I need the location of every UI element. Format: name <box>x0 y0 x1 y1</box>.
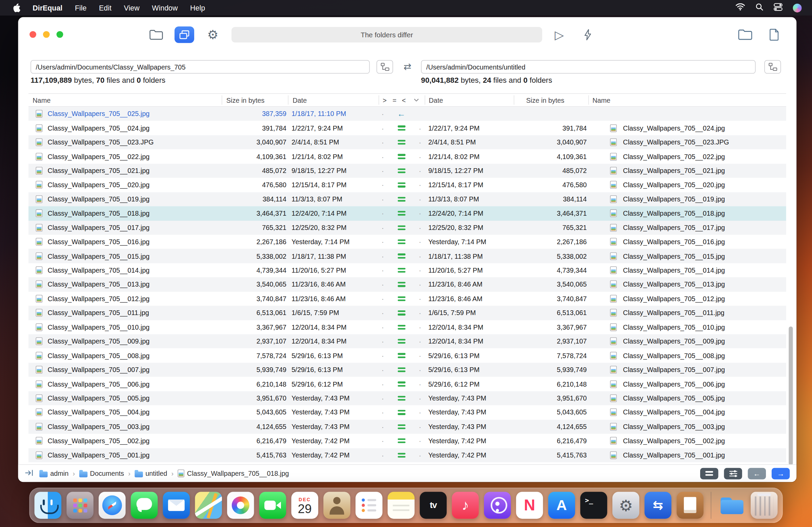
table-row[interactable]: Classy_Wallpapers_705__025.jpg 387,359 1… <box>28 107 786 121</box>
table-row[interactable]: Classy_Wallpapers_705__014.jpg 4,739,344… <box>28 263 786 277</box>
dock-contacts-icon[interactable] <box>323 492 350 518</box>
swap-sides-button[interactable]: ⇄ <box>399 60 416 74</box>
table-row[interactable]: Classy_Wallpapers_705__023.JPG 3,040,907… <box>28 135 786 149</box>
table-row[interactable]: Classy_Wallpapers_705__015.jpg 5,338,002… <box>28 249 786 263</box>
dock-calendar-icon[interactable]: DEC29 <box>291 492 318 518</box>
settings-gear-button[interactable]: ⚙ <box>202 26 223 44</box>
zoom-window-button[interactable] <box>57 31 63 38</box>
dock-messages-icon[interactable] <box>131 492 158 518</box>
next-difference-button[interactable]: → <box>772 468 789 479</box>
wifi-icon[interactable] <box>736 3 745 13</box>
menu-item-edit[interactable]: Edit <box>93 4 118 12</box>
table-row[interactable]: Classy_Wallpapers_705__017.jpg 765,321 1… <box>28 220 786 235</box>
left-path-input[interactable] <box>30 60 370 74</box>
reveal-in-finder-icon[interactable] <box>25 469 34 478</box>
reveal-folder-button[interactable] <box>735 26 756 43</box>
table-row[interactable]: Classy_Wallpapers_705__004.jpg 5,043,605… <box>28 405 786 419</box>
control-center-icon[interactable] <box>774 3 783 13</box>
table-row[interactable]: Classy_Wallpapers_705__024.jpg 391,784 1… <box>28 121 786 135</box>
dock-direqual-icon[interactable]: ⇆ <box>644 492 671 518</box>
table-row[interactable]: Classy_Wallpapers_705__018.jpg 3,464,371… <box>28 206 786 220</box>
breadcrumb-item[interactable]: untitled <box>134 469 167 477</box>
dock-settings-icon[interactable]: ⚙ <box>612 492 639 518</box>
dock-downloads-icon[interactable] <box>719 492 745 518</box>
dock-docapp-icon[interactable] <box>677 492 703 518</box>
dock-news-icon[interactable]: N <box>516 492 543 518</box>
right-browse-tree-button[interactable] <box>764 60 781 74</box>
breadcrumb-item[interactable]: admin <box>39 469 69 477</box>
close-window-button[interactable] <box>29 31 36 38</box>
diff-dot-right: · <box>417 419 423 434</box>
vertical-scrollbar[interactable] <box>788 327 793 466</box>
left-file-size: 765,321 <box>220 220 286 235</box>
dock-photos-icon[interactable] <box>227 492 254 518</box>
equal-status-icon <box>397 239 405 244</box>
table-row[interactable]: Classy_Wallpapers_705__002.jpg 6,216,479… <box>28 434 786 448</box>
table-row[interactable]: Classy_Wallpapers_705__007.jpg 5,939,749… <box>28 362 786 377</box>
header-left-name[interactable]: Name <box>32 94 50 106</box>
dock-launchpad-icon[interactable] <box>67 492 93 518</box>
header-left-size[interactable]: Size in bytes <box>227 94 265 106</box>
table-row[interactable]: Classy_Wallpapers_705__009.jpg 2,937,107… <box>28 334 786 348</box>
table-row[interactable]: Classy_Wallpapers_705__020.jpg 476,580 1… <box>28 178 786 192</box>
select-folders-button[interactable] <box>145 26 166 44</box>
table-row[interactable]: Classy_Wallpapers_705__005.jpg 3,951,670… <box>28 391 786 405</box>
spotlight-search-icon[interactable] <box>755 3 763 13</box>
dock-mail-icon[interactable] <box>163 492 190 518</box>
header-equal-filter[interactable]: = <box>392 94 396 106</box>
dock-appstore-icon[interactable]: A <box>548 492 575 518</box>
report-document-button[interactable] <box>764 25 784 44</box>
breadcrumb-item[interactable]: Documents <box>79 469 124 477</box>
table-row[interactable]: Classy_Wallpapers_705__011.jpg 6,513,061… <box>28 306 786 320</box>
right-file-date: 11/3/13, 8:07 PM <box>429 192 479 206</box>
compare-button[interactable] <box>175 26 194 43</box>
table-row[interactable]: Classy_Wallpapers_705__001.jpg 5,415,763… <box>28 448 786 462</box>
filter-options-button[interactable] <box>724 468 742 479</box>
table-row[interactable]: Classy_Wallpapers_705__003.jpg 4,124,655… <box>28 419 786 434</box>
header-less-filter[interactable]: < <box>402 94 406 106</box>
menu-item-file[interactable]: File <box>69 4 93 12</box>
diff-dot-left: · <box>380 235 386 249</box>
menu-app-name[interactable]: DirEqual <box>26 4 69 12</box>
show-equal-items-button[interactable] <box>700 468 718 479</box>
menu-item-help[interactable]: Help <box>184 4 212 12</box>
left-browse-tree-button[interactable] <box>377 60 393 74</box>
dock-terminal-icon[interactable]: >_ <box>580 492 607 518</box>
dock-tv-icon[interactable]: tv <box>420 492 447 518</box>
table-row[interactable]: Classy_Wallpapers_705__021.jpg 485,072 9… <box>28 163 786 178</box>
minimize-window-button[interactable] <box>43 31 50 38</box>
breadcrumb-item[interactable]: Classy_Wallpapers_705__018.jpg <box>178 469 289 477</box>
apple-menu-icon[interactable] <box>6 3 26 13</box>
dock-reminders-icon[interactable] <box>356 492 382 518</box>
dock-podcasts-icon[interactable] <box>484 492 511 518</box>
chevron-down-icon[interactable] <box>414 94 419 106</box>
siri-icon[interactable] <box>793 3 802 12</box>
header-right-size[interactable]: Size in bytes <box>526 94 565 106</box>
dock-finder-icon[interactable] <box>34 492 61 518</box>
run-comparison-button[interactable]: ▷ <box>551 26 567 43</box>
table-row[interactable]: Classy_Wallpapers_705__006.jpg 6,210,148… <box>28 377 786 391</box>
table-row[interactable]: Classy_Wallpapers_705__022.jpg 4,109,361… <box>28 149 786 164</box>
dock-safari-icon[interactable] <box>99 492 126 518</box>
header-greater-filter[interactable]: > <box>382 94 387 106</box>
table-row[interactable]: Classy_Wallpapers_705__012.jpg 3,740,847… <box>28 291 786 306</box>
dock-maps-icon[interactable] <box>195 492 222 518</box>
table-row[interactable]: Classy_Wallpapers_705__010.jpg 3,367,967… <box>28 320 786 334</box>
dock-notes-icon[interactable] <box>388 492 415 518</box>
right-path-input[interactable] <box>421 60 755 74</box>
header-right-date[interactable]: Date <box>429 94 443 106</box>
dock-trash-icon[interactable] <box>751 492 778 518</box>
table-row[interactable]: Classy_Wallpapers_705__019.jpg 384,114 1… <box>28 192 786 206</box>
right-file-name: Classy_Wallpapers_705__007.jpg <box>623 362 725 377</box>
previous-difference-button[interactable]: ← <box>748 468 766 479</box>
dock-facetime-icon[interactable] <box>259 492 286 518</box>
table-row[interactable]: Classy_Wallpapers_705__013.jpg 3,540,065… <box>28 277 786 291</box>
header-left-date[interactable]: Date <box>292 94 307 106</box>
dock-music-icon[interactable]: ♪ <box>452 492 479 518</box>
table-row[interactable]: Classy_Wallpapers_705__016.jpg 2,267,186… <box>28 235 786 249</box>
table-row[interactable]: Classy_Wallpapers_705__008.jpg 7,578,724… <box>28 348 786 363</box>
quick-sync-button[interactable] <box>581 26 595 44</box>
menu-item-window[interactable]: Window <box>146 4 184 12</box>
menu-item-view[interactable]: View <box>118 4 146 12</box>
header-right-name[interactable]: Name <box>592 94 610 106</box>
